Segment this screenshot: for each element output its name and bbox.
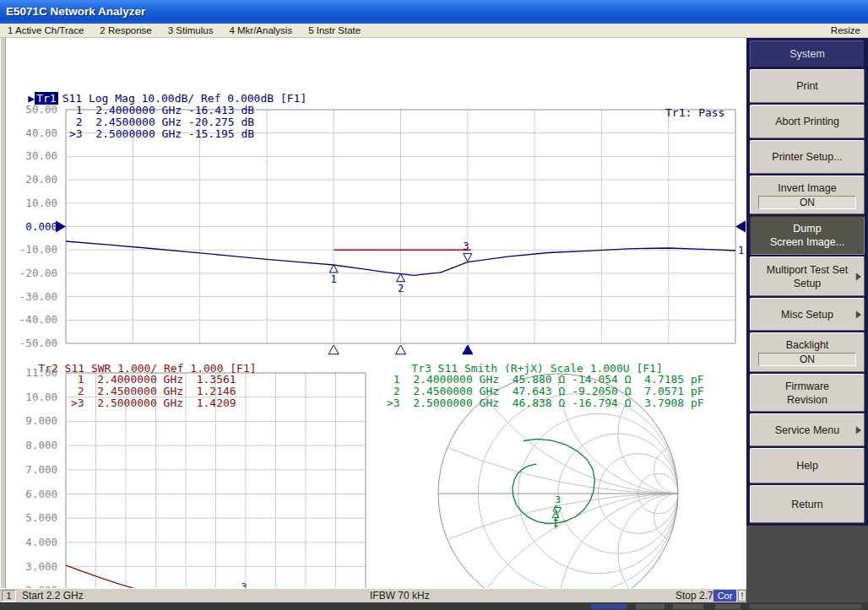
submenu-arrow-icon: ▶ <box>856 267 861 287</box>
status-bar: 1 Start 2.2 GHz IFBW 70 kHz Stop 2.7 GHz… <box>0 588 746 602</box>
y-axis-tick: -30.00 <box>5 291 57 303</box>
y-axis-tick: 10.00 <box>5 197 57 209</box>
sidebar-button-abort-printing[interactable]: Abort Printing <box>750 105 865 138</box>
title-bar[interactable]: E5071C Network Analyzer <box>0 0 868 24</box>
trace1-marker-label-1: 1 <box>331 273 337 285</box>
y-axis-tick: -40.00 <box>5 314 57 326</box>
taskbar-clock-area <box>750 604 861 609</box>
sidebar-button-label: Service Menu <box>775 424 839 437</box>
y-axis-tick: 0.000 <box>5 221 57 233</box>
trace1-pass-status: Tr1: Pass <box>665 106 724 119</box>
sidebar-button-label: System <box>789 47 825 61</box>
marker-row: >3 2.5000000 GHz -15.195 dB <box>69 128 254 140</box>
y-axis-tick: 50.00 <box>5 104 57 116</box>
sidebar-button-backlight[interactable]: BacklightON <box>750 332 865 372</box>
sidebar-button-dump-screen-image[interactable]: DumpScreen Image... <box>750 216 865 255</box>
sidebar-button-system: System <box>750 40 865 67</box>
marker-row: 1 2.4000000 GHz -16.413 dB <box>69 105 254 116</box>
sidebar-button-printer-setup[interactable]: Printer Setup... <box>750 140 865 174</box>
trace3-marker-label-3: 3 <box>555 494 561 505</box>
trace1-marker-3 <box>464 254 472 262</box>
sidebar-button-invert-image[interactable]: Invert ImageON <box>750 175 865 214</box>
menu-bar: 1 Active Ch/Trace2 Response3 Stimulus4 M… <box>0 24 868 38</box>
menu-item-3-stimulus[interactable]: 3 Stimulus <box>168 25 214 35</box>
window-title: E5071C Network Analyzer <box>6 5 145 18</box>
trace3-marker-table: 1 2.4000000 GHz 45.880 Ω -14.054 Ω 4.718… <box>387 374 704 409</box>
y-axis-tick: 20.00 <box>5 174 57 186</box>
sidebar-button-label: Backlight <box>786 338 829 352</box>
sidebar-button-help[interactable]: Help <box>750 448 865 483</box>
trace1-marker-2 <box>397 274 405 282</box>
sidebar-button-misc-setup[interactable]: Misc Setup▶ <box>750 298 865 331</box>
menu-item-2-response[interactable]: 2 Response <box>100 25 151 35</box>
marker-row: 2 2.4500000 GHz 47.643 Ω -9.2050 Ω 7.057… <box>387 386 704 397</box>
screen-left-bevel <box>0 38 6 588</box>
sidebar-button-return[interactable]: Return <box>750 485 865 523</box>
marker-row: >3 2.5000000 GHz 1.4209 <box>71 397 236 409</box>
sidebar-button-label: Abort Printing <box>775 115 839 128</box>
trace1-number-label: 1 <box>738 245 744 256</box>
menu-items: 1 Active Ch/Trace2 Response3 Stimulus4 M… <box>8 25 361 35</box>
sidebar-button-label: Invert Image <box>778 181 836 195</box>
sidebar-button-label: Print <box>796 79 818 93</box>
sidebar-button-label: Dump <box>793 222 821 235</box>
trace1-marker-table: 1 2.4000000 GHz -16.413 dB 2 2.4500000 G… <box>69 105 254 140</box>
menu-item-4-mkr-analysis[interactable]: 4 Mkr/Analysis <box>229 25 292 35</box>
y-axis-tick: 9.000 <box>5 415 57 427</box>
sidebar-button-label: Return <box>791 498 823 511</box>
y-axis-tick: -10.00 <box>5 244 57 256</box>
menu-item-1-active-ch-trace[interactable]: 1 Active Ch/Trace <box>8 25 84 35</box>
y-axis-tick: 6.000 <box>5 489 57 500</box>
sidebar-button-print[interactable]: Print <box>750 69 865 103</box>
sidebar-button-state: ON <box>758 196 856 209</box>
sidebar-button-label: Multiport Test Set <box>767 263 848 277</box>
marker-row: >3 2.5000000 GHz 46.838 Ω -16.794 Ω 3.79… <box>387 397 704 409</box>
submenu-arrow-icon: ▶ <box>856 420 861 440</box>
ifbw-label: IFBW 70 kHz <box>370 590 430 602</box>
y-axis-tick: 11.00 <box>5 367 57 379</box>
taskbar-button[interactable] <box>673 604 703 609</box>
submenu-arrow-icon: ▶ <box>856 305 861 325</box>
trace1-stimulus-marker-1 <box>328 345 339 354</box>
sidebar-button-label: Firmware <box>785 380 829 393</box>
correction-badge: Cor <box>713 590 736 602</box>
warning-badge: ! <box>738 590 746 602</box>
smith-reactance-arc <box>438 76 746 494</box>
taskbar-button[interactable] <box>715 604 741 609</box>
sidebar-button-firmware-revision[interactable]: FirmwareRevision <box>750 374 865 412</box>
y-axis-tick: 7.000 <box>5 464 57 476</box>
sidebar-button-label: Help <box>796 459 818 472</box>
sidebar-button-label: Printer Setup... <box>772 150 842 164</box>
taskbar-button[interactable] <box>636 604 665 609</box>
trace1-marker-1 <box>329 265 338 273</box>
taskbar-button[interactable] <box>591 604 627 609</box>
y-axis-tick: 8.000 <box>5 440 57 451</box>
start-frequency-label: Start 2.2 GHz <box>22 590 84 602</box>
plots-canvas: 12311232123 <box>0 76 746 610</box>
y-axis-tick: -20.00 <box>5 267 57 279</box>
resize-control[interactable]: Resize <box>831 25 860 35</box>
menu-item-5-instr-state[interactable]: 5 Instr State <box>308 25 361 35</box>
y-axis-tick: 30.00 <box>5 150 57 162</box>
sidebar-button-label: Revision <box>787 393 827 407</box>
y-axis-tick: -50.00 <box>5 337 57 349</box>
sidebar-button-service-menu[interactable]: Service Menu▶ <box>750 413 865 446</box>
y-axis-tick: 40.00 <box>5 127 57 139</box>
analyzer-screen: 12311232123 ▶Tr1S11 Log Mag 10.00dB/ Ref… <box>0 38 746 588</box>
y-axis-tick: 4.000 <box>5 537 57 548</box>
sidebar-button-label: Misc Setup <box>781 308 833 321</box>
sidebar-button-state: ON <box>758 353 856 366</box>
marker-row: 2 2.4500000 GHz -20.275 dB <box>69 116 254 128</box>
taskbar-strip <box>0 602 868 610</box>
softkey-sidebar: SystemPrintAbort PrintingPrinter Setup..… <box>746 38 868 602</box>
marker-row: 1 2.4000000 GHz 45.880 Ω -14.054 Ω 4.718… <box>387 374 704 386</box>
channel-indicator: 1 <box>2 590 16 602</box>
trace1-ref-right <box>735 221 746 233</box>
y-axis-tick: 5.000 <box>5 512 57 524</box>
sidebar-button-multiport-test-set-setup[interactable]: Multiport Test SetSetup▶ <box>750 256 865 296</box>
marker-row: 1 2.4000000 GHz 1.3561 <box>71 374 236 386</box>
softkey-buttons: SystemPrintAbort PrintingPrinter Setup..… <box>750 40 865 525</box>
sidebar-button-label: Screen Image... <box>770 235 844 249</box>
sidebar-button-label: Setup <box>794 277 822 290</box>
marker-row: 2 2.4500000 GHz 1.2146 <box>71 386 236 397</box>
